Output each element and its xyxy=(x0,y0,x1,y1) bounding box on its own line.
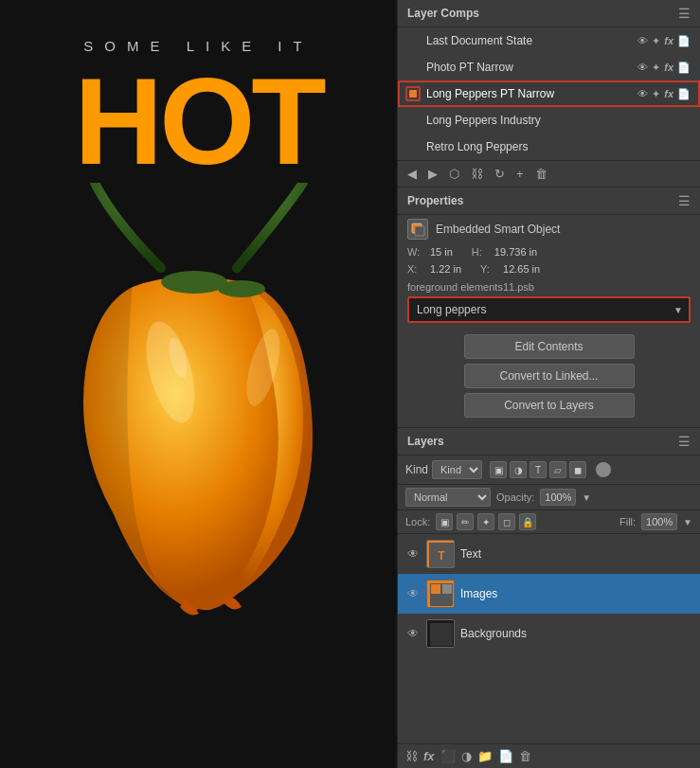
filter-toggle-circle[interactable] xyxy=(596,462,611,477)
layer-comps-list: Last Document State 👁 ✦ fx 📄 Photo PT Na… xyxy=(398,27,700,160)
blend-mode-select[interactable]: Normal xyxy=(405,488,491,507)
smart-object-label: Embedded Smart Object xyxy=(436,223,560,236)
comp-name-long-peppers-pt: Long Peppers PT Narrow xyxy=(426,87,637,100)
move-comp-icon3: ✦ xyxy=(652,88,660,100)
new-group-icon[interactable]: 📁 xyxy=(477,749,493,763)
lock-checkerboard-icon[interactable]: ▣ xyxy=(436,513,453,530)
add-mask-icon[interactable]: ⬛ xyxy=(440,749,456,763)
comp-dropdown[interactable]: Long peppers xyxy=(407,296,691,323)
layer-item-images[interactable]: 👁 Images xyxy=(398,574,700,614)
svg-rect-12 xyxy=(431,584,440,594)
layer-comps-title: Layer Comps xyxy=(407,7,479,20)
panel-menu-icon[interactable]: ☰ xyxy=(678,6,691,21)
smart-object-row: Embedded Smart Object xyxy=(398,215,700,243)
layer-comps-header-icons: ☰ xyxy=(678,6,691,21)
comp-icons-photo-pt: 👁 ✦ fx 📄 xyxy=(637,62,691,74)
peppers-illustration xyxy=(38,183,360,618)
filter-icons: ▣ ◑ T ▱ ◼ xyxy=(490,461,586,478)
layers-header-icons: ☰ xyxy=(678,434,691,449)
layers-footer: ⛓ fx ⬛ ◑ 📁 📄 🗑 xyxy=(398,743,700,768)
prop-buttons: Edit Contents Convert to Linked... Conve… xyxy=(398,330,700,427)
filter-text-icon[interactable]: T xyxy=(529,461,547,478)
right-panel: Layer Comps ☰ Last Document State 👁 ✦ fx… xyxy=(397,0,700,768)
comp-item-photo-pt[interactable]: Photo PT Narrow 👁 ✦ fx 📄 xyxy=(398,54,700,80)
fill-adj-icon[interactable]: ◑ xyxy=(461,749,472,763)
link-layers-icon[interactable]: ⛓ xyxy=(405,749,418,763)
blend-mode-row: Normal Opacity: ▼ xyxy=(398,485,700,510)
layers-header: Layers ☰ xyxy=(398,428,700,455)
layer-fx-icon[interactable]: fx xyxy=(423,749,435,763)
lock-artboard-icon[interactable]: ◻ xyxy=(498,513,515,530)
properties-menu-icon[interactable]: ☰ xyxy=(678,193,691,208)
width-group: W: 15 in xyxy=(407,246,453,258)
properties-title: Properties xyxy=(407,194,463,207)
comp-item-last-doc[interactable]: Last Document State 👁 ✦ fx 📄 xyxy=(398,27,700,54)
lock-label: Lock: xyxy=(405,516,430,527)
doc-comp-icon3: 📄 xyxy=(677,88,691,100)
layers-filter-toolbar: Kind Kind ▣ ◑ T ▱ ◼ xyxy=(398,455,700,485)
delete-layer-icon[interactable]: 🗑 xyxy=(519,749,531,763)
comp-apply-icon[interactable]: ⬡ xyxy=(447,165,461,183)
eye-icon-text[interactable]: 👁 xyxy=(405,546,421,562)
y-group: Y: 12.65 in xyxy=(480,263,540,275)
layer-item-text[interactable]: 👁 T Text xyxy=(398,534,700,574)
svg-point-3 xyxy=(161,271,227,294)
kind-select[interactable]: Kind xyxy=(432,460,482,479)
file-name-label: foreground elements11.psb xyxy=(398,277,700,295)
layer-thumb-backgrounds xyxy=(426,619,455,648)
filter-smart-icon[interactable]: ◼ xyxy=(569,461,586,478)
position-row: X: 1.22 in Y: 12.65 in xyxy=(398,260,700,277)
eye-comp-icon: 👁 xyxy=(637,35,648,46)
eye-icon-images[interactable]: 👁 xyxy=(405,586,421,601)
opacity-dropdown-icon[interactable]: ▼ xyxy=(582,492,591,503)
comp-back-icon[interactable]: ◀ xyxy=(405,165,419,183)
opacity-input[interactable] xyxy=(540,489,576,506)
comp-item-long-peppers-industry[interactable]: Long Peppers Industry xyxy=(398,107,700,134)
eye-comp-icon2: 👁 xyxy=(637,62,648,73)
svg-rect-15 xyxy=(430,623,453,646)
layers-menu-icon[interactable]: ☰ xyxy=(678,434,691,449)
eye-comp-icon3: 👁 xyxy=(637,88,648,99)
layers-title: Layers xyxy=(407,435,444,448)
canvas-content: SOME LIKE IT HOT xyxy=(0,0,397,768)
edit-contents-button[interactable]: Edit Contents xyxy=(464,334,635,359)
dimensions-row: W: 15 in H: 19.736 in xyxy=(398,243,700,260)
comp-icons-long-peppers-pt: 👁 ✦ fx 📄 xyxy=(637,88,691,100)
comp-link-icon[interactable]: ⛓ xyxy=(469,165,485,183)
comp-name-photo-pt: Photo PT Narrow xyxy=(426,61,637,74)
layer-item-backgrounds[interactable]: 👁 Backgrounds xyxy=(398,614,700,653)
w-value: 15 in xyxy=(430,246,453,258)
eye-icon-backgrounds[interactable]: 👁 xyxy=(405,626,421,641)
comp-new-icon[interactable]: + xyxy=(514,165,526,183)
layer-name-backgrounds: Backgrounds xyxy=(460,627,692,640)
fill-input[interactable] xyxy=(641,513,677,530)
w-label: W: xyxy=(407,246,426,258)
layer-comps-header: Layer Comps ☰ xyxy=(398,0,700,27)
comp-item-long-peppers-pt[interactable]: Long Peppers PT Narrow 👁 ✦ fx 📄 xyxy=(398,80,700,107)
x-value: 1.22 in xyxy=(430,263,461,275)
embedded-smart-obj-svg xyxy=(410,222,425,237)
new-layer-icon[interactable]: 📄 xyxy=(498,749,513,763)
svg-rect-13 xyxy=(442,584,452,594)
filter-adj-icon[interactable]: ◑ xyxy=(510,461,527,478)
properties-header-icons: ☰ xyxy=(678,193,691,208)
filter-pixel-icon[interactable]: ▣ xyxy=(490,461,507,478)
convert-linked-button[interactable]: Convert to Linked... xyxy=(464,364,635,388)
svg-rect-6 xyxy=(415,226,424,236)
layer-thumb-images xyxy=(426,580,455,608)
lock-all-icon[interactable]: 🔒 xyxy=(519,513,536,530)
lock-move-icon[interactable]: ✦ xyxy=(477,513,494,530)
comp-play-icon[interactable]: ▶ xyxy=(426,165,440,183)
h-label: H: xyxy=(472,246,491,258)
active-indicator xyxy=(405,86,421,101)
convert-layers-button[interactable]: Convert to Layers xyxy=(464,393,635,418)
opacity-label: Opacity: xyxy=(496,491,534,503)
comp-delete-icon[interactable]: 🗑 xyxy=(533,165,549,183)
filter-shape-icon[interactable]: ▱ xyxy=(549,461,566,478)
comp-sync-icon[interactable]: ↻ xyxy=(493,165,507,183)
lock-paint-icon[interactable]: ✏ xyxy=(457,513,474,530)
fill-label: Fill: xyxy=(619,516,636,527)
fill-dropdown-icon[interactable]: ▼ xyxy=(683,517,692,527)
comp-item-retro-long-peppers[interactable]: Retro Long Peppers xyxy=(398,134,700,160)
lock-row: Lock: ▣ ✏ ✦ ◻ 🔒 Fill: ▼ xyxy=(398,510,700,534)
